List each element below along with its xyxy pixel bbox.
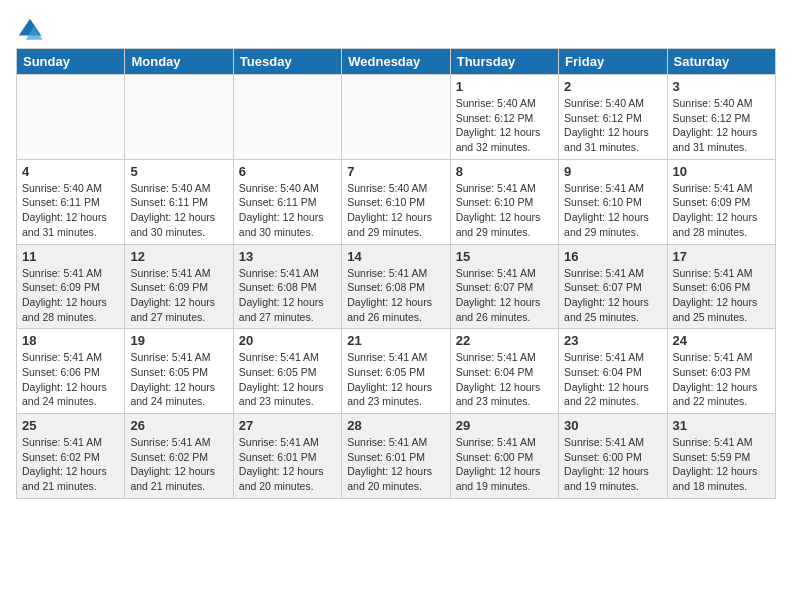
day-info: Sunrise: 5:41 AMSunset: 6:02 PMDaylight:… [22,435,119,494]
calendar-cell: 2Sunrise: 5:40 AMSunset: 6:12 PMDaylight… [559,75,667,160]
day-info: Sunrise: 5:41 AMSunset: 6:01 PMDaylight:… [239,435,336,494]
day-number: 12 [130,249,227,264]
day-info: Sunrise: 5:41 AMSunset: 6:03 PMDaylight:… [673,350,770,409]
day-number: 16 [564,249,661,264]
day-info: Sunrise: 5:41 AMSunset: 6:04 PMDaylight:… [564,350,661,409]
day-number: 17 [673,249,770,264]
calendar-week-1: 1Sunrise: 5:40 AMSunset: 6:12 PMDaylight… [17,75,776,160]
calendar-cell [17,75,125,160]
generalblue-logo-icon [16,16,44,44]
day-info: Sunrise: 5:41 AMSunset: 6:09 PMDaylight:… [673,181,770,240]
day-number: 15 [456,249,553,264]
day-number: 7 [347,164,444,179]
day-number: 28 [347,418,444,433]
day-info: Sunrise: 5:40 AMSunset: 6:12 PMDaylight:… [673,96,770,155]
calendar-week-3: 11Sunrise: 5:41 AMSunset: 6:09 PMDayligh… [17,244,776,329]
day-info: Sunrise: 5:41 AMSunset: 6:10 PMDaylight:… [564,181,661,240]
calendar-header-saturday: Saturday [667,49,775,75]
day-info: Sunrise: 5:40 AMSunset: 6:11 PMDaylight:… [22,181,119,240]
day-info: Sunrise: 5:41 AMSunset: 6:00 PMDaylight:… [564,435,661,494]
day-info: Sunrise: 5:41 AMSunset: 6:00 PMDaylight:… [456,435,553,494]
calendar-cell [233,75,341,160]
calendar-cell: 17Sunrise: 5:41 AMSunset: 6:06 PMDayligh… [667,244,775,329]
day-info: Sunrise: 5:41 AMSunset: 6:04 PMDaylight:… [456,350,553,409]
day-number: 9 [564,164,661,179]
calendar-cell: 6Sunrise: 5:40 AMSunset: 6:11 PMDaylight… [233,159,341,244]
page-header [16,16,776,44]
calendar-cell: 4Sunrise: 5:40 AMSunset: 6:11 PMDaylight… [17,159,125,244]
day-info: Sunrise: 5:41 AMSunset: 6:05 PMDaylight:… [130,350,227,409]
day-info: Sunrise: 5:41 AMSunset: 5:59 PMDaylight:… [673,435,770,494]
day-number: 14 [347,249,444,264]
day-number: 5 [130,164,227,179]
calendar-cell: 3Sunrise: 5:40 AMSunset: 6:12 PMDaylight… [667,75,775,160]
calendar-cell [342,75,450,160]
day-number: 23 [564,333,661,348]
calendar-cell: 12Sunrise: 5:41 AMSunset: 6:09 PMDayligh… [125,244,233,329]
day-info: Sunrise: 5:41 AMSunset: 6:02 PMDaylight:… [130,435,227,494]
day-number: 4 [22,164,119,179]
day-number: 29 [456,418,553,433]
day-info: Sunrise: 5:41 AMSunset: 6:09 PMDaylight:… [130,266,227,325]
calendar-cell: 20Sunrise: 5:41 AMSunset: 6:05 PMDayligh… [233,329,341,414]
calendar-cell: 15Sunrise: 5:41 AMSunset: 6:07 PMDayligh… [450,244,558,329]
day-number: 11 [22,249,119,264]
calendar-cell: 11Sunrise: 5:41 AMSunset: 6:09 PMDayligh… [17,244,125,329]
calendar-cell: 25Sunrise: 5:41 AMSunset: 6:02 PMDayligh… [17,414,125,499]
calendar-cell: 18Sunrise: 5:41 AMSunset: 6:06 PMDayligh… [17,329,125,414]
day-number: 18 [22,333,119,348]
day-info: Sunrise: 5:41 AMSunset: 6:06 PMDaylight:… [673,266,770,325]
day-info: Sunrise: 5:41 AMSunset: 6:07 PMDaylight:… [456,266,553,325]
calendar-header-row: SundayMondayTuesdayWednesdayThursdayFrid… [17,49,776,75]
day-number: 2 [564,79,661,94]
calendar-week-4: 18Sunrise: 5:41 AMSunset: 6:06 PMDayligh… [17,329,776,414]
day-number: 25 [22,418,119,433]
day-number: 30 [564,418,661,433]
day-info: Sunrise: 5:41 AMSunset: 6:05 PMDaylight:… [347,350,444,409]
calendar-cell: 31Sunrise: 5:41 AMSunset: 5:59 PMDayligh… [667,414,775,499]
day-number: 13 [239,249,336,264]
calendar-cell: 5Sunrise: 5:40 AMSunset: 6:11 PMDaylight… [125,159,233,244]
day-info: Sunrise: 5:41 AMSunset: 6:09 PMDaylight:… [22,266,119,325]
calendar-cell: 27Sunrise: 5:41 AMSunset: 6:01 PMDayligh… [233,414,341,499]
calendar-cell: 21Sunrise: 5:41 AMSunset: 6:05 PMDayligh… [342,329,450,414]
calendar-header-thursday: Thursday [450,49,558,75]
day-number: 22 [456,333,553,348]
calendar-cell: 28Sunrise: 5:41 AMSunset: 6:01 PMDayligh… [342,414,450,499]
day-info: Sunrise: 5:41 AMSunset: 6:06 PMDaylight:… [22,350,119,409]
calendar-cell [125,75,233,160]
calendar-header-friday: Friday [559,49,667,75]
calendar-cell: 24Sunrise: 5:41 AMSunset: 6:03 PMDayligh… [667,329,775,414]
day-info: Sunrise: 5:41 AMSunset: 6:10 PMDaylight:… [456,181,553,240]
calendar-cell: 30Sunrise: 5:41 AMSunset: 6:00 PMDayligh… [559,414,667,499]
day-info: Sunrise: 5:41 AMSunset: 6:07 PMDaylight:… [564,266,661,325]
calendar-cell: 13Sunrise: 5:41 AMSunset: 6:08 PMDayligh… [233,244,341,329]
day-number: 19 [130,333,227,348]
day-number: 20 [239,333,336,348]
calendar-cell: 29Sunrise: 5:41 AMSunset: 6:00 PMDayligh… [450,414,558,499]
day-number: 31 [673,418,770,433]
day-number: 8 [456,164,553,179]
calendar-cell: 22Sunrise: 5:41 AMSunset: 6:04 PMDayligh… [450,329,558,414]
calendar-header-sunday: Sunday [17,49,125,75]
day-number: 27 [239,418,336,433]
day-number: 21 [347,333,444,348]
calendar-cell: 14Sunrise: 5:41 AMSunset: 6:08 PMDayligh… [342,244,450,329]
calendar-cell: 9Sunrise: 5:41 AMSunset: 6:10 PMDaylight… [559,159,667,244]
calendar-week-5: 25Sunrise: 5:41 AMSunset: 6:02 PMDayligh… [17,414,776,499]
day-info: Sunrise: 5:40 AMSunset: 6:12 PMDaylight:… [456,96,553,155]
calendar-cell: 16Sunrise: 5:41 AMSunset: 6:07 PMDayligh… [559,244,667,329]
calendar-cell: 10Sunrise: 5:41 AMSunset: 6:09 PMDayligh… [667,159,775,244]
calendar-cell: 1Sunrise: 5:40 AMSunset: 6:12 PMDaylight… [450,75,558,160]
day-info: Sunrise: 5:40 AMSunset: 6:10 PMDaylight:… [347,181,444,240]
day-number: 26 [130,418,227,433]
calendar-header-wednesday: Wednesday [342,49,450,75]
day-number: 10 [673,164,770,179]
calendar-cell: 23Sunrise: 5:41 AMSunset: 6:04 PMDayligh… [559,329,667,414]
day-number: 6 [239,164,336,179]
day-info: Sunrise: 5:40 AMSunset: 6:11 PMDaylight:… [130,181,227,240]
day-number: 1 [456,79,553,94]
calendar-table: SundayMondayTuesdayWednesdayThursdayFrid… [16,48,776,499]
calendar-header-tuesday: Tuesday [233,49,341,75]
calendar-header-monday: Monday [125,49,233,75]
